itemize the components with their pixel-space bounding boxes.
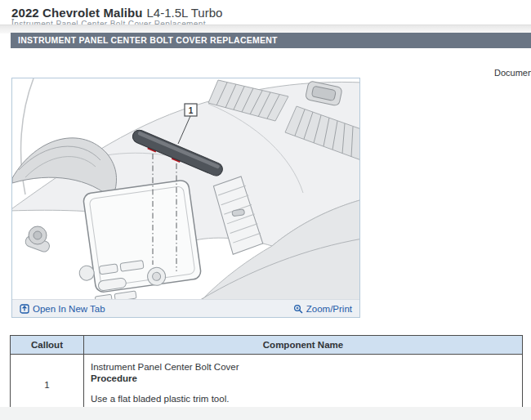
open-in-new-tab-link[interactable]: Open In New Tab bbox=[20, 304, 105, 314]
col-header-component-name: Component Name bbox=[84, 336, 523, 355]
zoom-print-link[interactable]: Zoom/Print bbox=[293, 304, 352, 314]
document-label: Document bbox=[494, 68, 531, 80]
column-stalk bbox=[25, 226, 51, 253]
figure-toolbar: Open In New Tab Zoom/Print bbox=[12, 299, 359, 317]
dashboard-illustration: 1 bbox=[12, 78, 359, 299]
section-header-bar: INSTRUMENT PANEL CENTER BOLT COVER REPLA… bbox=[11, 33, 531, 48]
figure-panel: 1 Open In New Tab Zoom/Print bbox=[11, 78, 360, 318]
component-name: Instrument Panel Center Bolt Cover bbox=[91, 361, 515, 373]
page-bottom-strip bbox=[0, 407, 531, 420]
table-header-row: Callout Component Name bbox=[11, 336, 523, 355]
callout-number: 1 bbox=[189, 106, 194, 115]
open-in-new-tab-icon bbox=[20, 304, 29, 314]
col-header-callout: Callout bbox=[11, 336, 84, 355]
callout-cell: 1 bbox=[11, 355, 84, 415]
center-display bbox=[83, 180, 202, 293]
component-cell: Instrument Panel Center Bolt Cover Proce… bbox=[84, 355, 523, 415]
procedure-note: Use a flat bladed plastic trim tool. bbox=[91, 393, 515, 404]
table-row: 1 Instrument Panel Center Bolt Cover Pro… bbox=[11, 355, 523, 415]
vehicle-title: 2022 Chevrolet Malibu bbox=[11, 6, 143, 20]
magnifier-plus-icon bbox=[293, 304, 303, 314]
procedure-label: Procedure bbox=[91, 373, 515, 384]
service-document-page: 2022 Chevrolet MalibuL4-1.5L Turbo • Ins… bbox=[0, 0, 531, 420]
component-table: Callout Component Name 1 Instrument Pane… bbox=[10, 335, 523, 415]
section-title: INSTRUMENT PANEL CENTER BOLT COVER REPLA… bbox=[11, 33, 531, 48]
engine-subtitle: L4-1.5L Turbo bbox=[147, 6, 223, 20]
